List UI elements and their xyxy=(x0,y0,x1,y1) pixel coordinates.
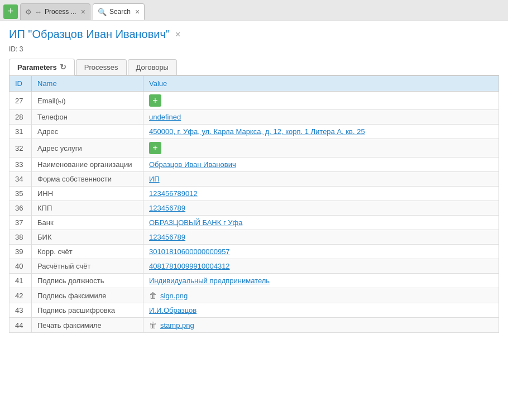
cell-name: Форма собственности xyxy=(32,172,143,187)
table-row: 34Форма собственностиИП xyxy=(9,172,499,187)
delete-file-icon[interactable]: 🗑 xyxy=(149,291,157,300)
cell-value[interactable]: 40817810099910004312 xyxy=(143,259,499,274)
table-row: 36КПП123456789 xyxy=(9,201,499,216)
cell-value[interactable]: Индивидуальный предприниматель xyxy=(143,274,499,288)
cell-id: 42 xyxy=(9,288,32,303)
cell-name: Адрес xyxy=(32,125,143,139)
table-row: 44Печать факсимиле🗑stamp.png xyxy=(9,318,499,333)
value-link[interactable]: 123456789 xyxy=(149,204,185,212)
value-link[interactable]: ОБРАЗЦОВЫЙ БАНК г Уфа xyxy=(149,218,242,227)
gear-icon: ⚙ xyxy=(25,8,32,16)
table-row: 40Расчётный счёт40817810099910004312 xyxy=(9,259,499,274)
tab-parameters[interactable]: Parameters ↻ xyxy=(9,59,75,75)
data-table: ID Name Value 27Email(ы)+28Телефонundefi… xyxy=(9,75,499,333)
search-tab[interactable]: 🔍 Search × xyxy=(93,3,145,20)
cell-name: Email(ы) xyxy=(32,92,143,110)
cell-id: 36 xyxy=(9,201,32,216)
tab-bar: + ⚙ ↔ Process ... × 🔍 Search × xyxy=(0,0,508,21)
value-link[interactable]: И.И.Образцов xyxy=(149,306,197,314)
process-tab-close[interactable]: × xyxy=(81,7,85,16)
value-link[interactable]: 450000, г. Уфа, ул. Карла Маркса, д. 12,… xyxy=(149,127,365,136)
table-row: 31Адрес450000, г. Уфа, ул. Карла Маркса,… xyxy=(9,125,499,139)
value-link[interactable]: ИП xyxy=(149,175,160,183)
tab-dogovory[interactable]: Договоры xyxy=(128,59,177,75)
table-row: 37БанкОБРАЗЦОВЫЙ БАНК г Уфа xyxy=(9,216,499,230)
file-link[interactable]: stamp.png xyxy=(160,321,194,330)
value-link[interactable]: 123456789012 xyxy=(149,189,198,198)
cell-value[interactable]: undefined xyxy=(143,110,499,125)
cell-id: 35 xyxy=(9,187,32,201)
search-icon: 🔍 xyxy=(98,8,107,16)
cell-value: + xyxy=(143,139,499,157)
table-header-row: ID Name Value xyxy=(9,76,499,92)
cell-value: + xyxy=(143,92,499,110)
table-row: 27Email(ы)+ xyxy=(9,92,499,110)
cell-name: Печать факсимиле xyxy=(32,318,143,333)
cell-value[interactable]: Образцов Иван Иванович xyxy=(143,157,499,172)
cell-id: 38 xyxy=(9,230,32,245)
cell-id: 41 xyxy=(9,274,32,288)
value-link[interactable]: 40817810099910004312 xyxy=(149,262,230,270)
refresh-icon[interactable]: ↻ xyxy=(60,63,66,71)
page-close-button[interactable]: × xyxy=(175,30,180,40)
cell-name: Расчётный счёт xyxy=(32,259,143,274)
table-row: 32Адрес услуги+ xyxy=(9,139,499,157)
value-link[interactable]: undefined xyxy=(149,113,181,121)
cell-name: БИК xyxy=(32,230,143,245)
cell-name: КПП xyxy=(32,201,143,216)
cell-value[interactable]: 123456789012 xyxy=(143,187,499,201)
page-id: ID: 3 xyxy=(9,45,499,53)
cell-name: Корр. счёт xyxy=(32,245,143,259)
page-title-row: ИП "Образцов Иван Иванович" × xyxy=(9,28,499,41)
arrows-icon: ↔ xyxy=(35,8,42,16)
table-row: 33Наименование организацииОбразцов Иван … xyxy=(9,157,499,172)
file-link[interactable]: sign.png xyxy=(160,292,188,300)
cell-value[interactable]: ОБРАЗЦОВЫЙ БАНК г Уфа xyxy=(143,216,499,230)
file-cell: 🗑stamp.png xyxy=(149,321,493,330)
table-row: 42Подпись факсимиле🗑sign.png xyxy=(9,288,499,303)
cell-value[interactable]: И.И.Образцов xyxy=(143,303,499,318)
cell-name: Подпись факсимиле xyxy=(32,288,143,303)
cell-id: 40 xyxy=(9,259,32,274)
cell-name: Подпись расшифровка xyxy=(32,303,143,318)
table-row: 43Подпись расшифровкаИ.И.Образцов xyxy=(9,303,499,318)
table-row: 41Подпись должностьИндивидуальный предпр… xyxy=(9,274,499,288)
cell-id: 32 xyxy=(9,139,32,157)
cell-id: 43 xyxy=(9,303,32,318)
cell-name: ИНН xyxy=(32,187,143,201)
value-link[interactable]: 123456789 xyxy=(149,233,185,241)
add-value-button[interactable]: + xyxy=(149,94,161,107)
page-title: ИП "Образцов Иван Иванович" xyxy=(9,28,170,41)
table-row: 39Корр. счёт30101810600000000957 xyxy=(9,245,499,259)
value-link[interactable]: 30101810600000000957 xyxy=(149,247,230,256)
value-link[interactable]: Индивидуальный предприниматель xyxy=(149,276,270,285)
file-cell: 🗑sign.png xyxy=(149,291,493,300)
tab-processes-label: Processes xyxy=(84,63,118,71)
col-header-value: Value xyxy=(143,76,499,92)
cell-value[interactable]: 🗑sign.png xyxy=(143,288,499,303)
table-row: 38БИК123456789 xyxy=(9,230,499,245)
cell-value[interactable]: 30101810600000000957 xyxy=(143,245,499,259)
delete-file-icon[interactable]: 🗑 xyxy=(149,321,157,330)
cell-value[interactable]: 123456789 xyxy=(143,230,499,245)
table-row: 35ИНН123456789012 xyxy=(9,187,499,201)
cell-value[interactable]: 450000, г. Уфа, ул. Карла Маркса, д. 12,… xyxy=(143,125,499,139)
cell-name: Адрес услуги xyxy=(32,139,143,157)
cell-name: Телефон xyxy=(32,110,143,125)
cell-value[interactable]: 123456789 xyxy=(143,201,499,216)
add-value-button[interactable]: + xyxy=(149,142,161,154)
cell-value[interactable]: ИП xyxy=(143,172,499,187)
cell-name: Банк xyxy=(32,216,143,230)
value-link[interactable]: Образцов Иван Иванович xyxy=(149,160,236,169)
col-header-name: Name xyxy=(32,76,143,92)
cell-value[interactable]: 🗑stamp.png xyxy=(143,318,499,333)
cell-id: 31 xyxy=(9,125,32,139)
inner-tabs: Parameters ↻ Processes Договоры xyxy=(9,59,499,75)
cell-id: 28 xyxy=(9,110,32,125)
cell-id: 33 xyxy=(9,157,32,172)
new-tab-button[interactable]: + xyxy=(3,4,18,19)
search-tab-close[interactable]: × xyxy=(135,7,140,16)
process-tab[interactable]: ⚙ ↔ Process ... × xyxy=(20,3,90,20)
tab-processes[interactable]: Processes xyxy=(76,59,127,75)
tab-dogovory-label: Договоры xyxy=(136,63,169,71)
